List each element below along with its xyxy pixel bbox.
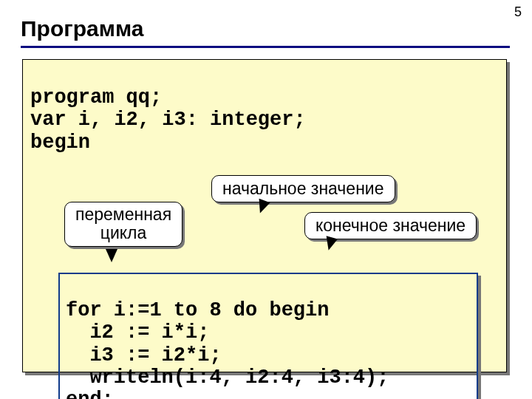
- callout-text-line: цикла: [75, 224, 171, 242]
- code-panel: program qq; var i, i2, i3: integer; begi…: [22, 59, 507, 372]
- callout-final-value: конечное значение: [304, 212, 477, 239]
- code-line: begin: [30, 132, 90, 154]
- code-line: end;: [66, 389, 114, 399]
- page-number: 5: [514, 4, 522, 20]
- callout-text-line: переменная: [75, 205, 171, 224]
- callout-pointer: [323, 236, 338, 252]
- code-line: i2 := i*i;: [66, 321, 209, 344]
- callout-initial-value: начальное значение: [211, 175, 395, 202]
- callout-pointer: [106, 249, 117, 262]
- page-title: Программа: [21, 16, 143, 41]
- callout-loop-variable: переменная цикла: [64, 202, 183, 247]
- loop-body-block: for i:=1 to 8 do begin i2 := i*i; i3 := …: [66, 277, 389, 399]
- heading-rule: [21, 46, 510, 48]
- code-line: var i, i2, i3: integer;: [30, 109, 306, 131]
- code-line: program qq;: [30, 86, 162, 109]
- code-line: i3 := i2*i;: [66, 344, 222, 366]
- code-line: for i:=1 to 8 do begin: [66, 299, 329, 321]
- program-header-block: program qq; var i, i2, i3: integer; begi…: [30, 64, 306, 154]
- code-line: writeln(i:4, i2:4, i3:4);: [66, 366, 389, 389]
